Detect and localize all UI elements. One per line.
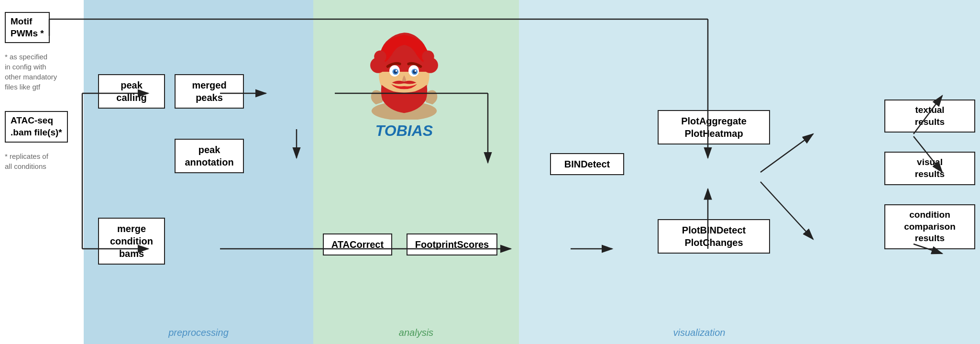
textual-results-box: textual results [884, 100, 975, 133]
bindetect-box: BINDetect [550, 153, 624, 175]
peak-annotation-box: peak annotation [175, 139, 244, 173]
tobias-label: TOBIAS [375, 122, 433, 140]
svg-point-24 [374, 50, 386, 62]
svg-point-32 [396, 70, 397, 72]
plot-bindetect-box: PlotBINDetect PlotChanges [658, 219, 770, 254]
merged-peaks-box: merged peaks [175, 74, 244, 109]
visualization-section: BINDetect PlotAggregate PlotHeatmap Plot… [519, 0, 880, 344]
merge-condition-bams-box: merge condition bams [98, 218, 165, 265]
visualization-label: visualization [673, 327, 726, 338]
analysis-label: analysis [399, 327, 433, 338]
condition-comparison-results-box: condition comparison results [884, 204, 975, 249]
left-sidebar: Motif PWMs * * as specified in config wi… [0, 0, 84, 344]
peak-calling-box: peak calling [98, 74, 165, 109]
plot-aggregate-box: PlotAggregate PlotHeatmap [658, 110, 770, 144]
motif-pwms-box: Motif PWMs * [5, 12, 50, 43]
main-container: Motif PWMs * * as specified in config wi… [0, 0, 980, 344]
tobias-character-svg [361, 24, 447, 120]
analysis-section: ATACorrect FootprintScores [313, 0, 519, 344]
replicate-note: * replicates of all conditions [5, 151, 79, 171]
visual-results-box: visual results [884, 152, 975, 185]
footprint-scores-box: FootprintScores [407, 233, 497, 255]
tobias-container: TOBIAS [361, 24, 447, 140]
preprocessing-section: peak calling merged peaks peak annotatio… [84, 0, 313, 344]
svg-point-33 [415, 70, 417, 72]
preprocessing-label: preprocessing [168, 327, 229, 338]
config-note: * as specified in config with other mand… [5, 52, 79, 92]
right-outputs: textual results visual results condition… [880, 0, 980, 344]
svg-point-25 [422, 50, 434, 62]
atac-seq-box: ATAC-seq .bam file(s)* [5, 111, 68, 142]
atacorrect-box: ATACorrect [323, 233, 392, 255]
